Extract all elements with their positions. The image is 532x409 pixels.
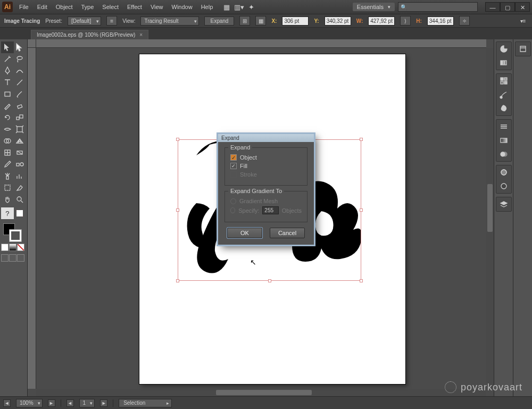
line-tool[interactable]	[14, 77, 27, 88]
lasso-tool[interactable]	[14, 53, 27, 65]
document-tab[interactable]: Image0002a.eps @ 100% (RGB/Preview) ×	[31, 30, 148, 39]
panel-layers-icon[interactable]	[496, 197, 511, 211]
scale-tool[interactable]	[14, 112, 27, 123]
ob-options-icon[interactable]: ≡	[106, 16, 117, 26]
paintbrush-tool[interactable]	[14, 88, 27, 100]
panel-appearance-icon[interactable]	[496, 165, 511, 179]
ob-w-field[interactable]: 427,92 pt	[368, 16, 395, 26]
ob-h-field[interactable]: 344,16 pt	[427, 16, 454, 26]
cancel-button[interactable]: Cancel	[270, 228, 305, 238]
zoom-in-arrow[interactable]: ►	[48, 399, 55, 407]
ob-transform-ref-icon[interactable]: ⊞	[239, 16, 250, 26]
menu-window[interactable]: Window	[169, 3, 196, 11]
panel-stroke-icon[interactable]	[496, 120, 511, 133]
menu-select[interactable]: Select	[99, 3, 122, 11]
panel-color-guide-icon[interactable]	[496, 56, 511, 70]
checkbox-fill[interactable]	[230, 163, 237, 169]
type-tool[interactable]	[1, 77, 14, 88]
selection-tool[interactable]	[1, 41, 14, 53]
bridge-icon[interactable]: ▦	[223, 3, 230, 11]
free-transform-tool[interactable]	[14, 123, 27, 135]
menu-effect[interactable]: Effect	[124, 3, 145, 11]
pen-tool[interactable]	[1, 65, 14, 77]
scrollbar-horizontal[interactable]	[36, 389, 486, 396]
bbox-handle-tl[interactable]	[176, 138, 179, 141]
gradient-tool[interactable]	[14, 147, 27, 158]
hand-tool[interactable]	[1, 194, 14, 205]
rectangle-tool[interactable]	[1, 88, 14, 100]
bbox-handle-bc[interactable]	[268, 279, 271, 282]
panel-color-icon[interactable]	[496, 42, 511, 56]
status-tool-label[interactable]: Selection	[119, 399, 172, 407]
bbox-handle-mr[interactable]	[360, 208, 363, 212]
arrange-docs-icon[interactable]: ▥▾	[234, 3, 244, 11]
column-graph-tool[interactable]	[14, 170, 27, 182]
color-mode-none[interactable]	[17, 244, 24, 251]
ob-preset-select[interactable]: [Default]	[68, 16, 101, 26]
menu-type[interactable]: Type	[78, 3, 97, 11]
blend-tool[interactable]	[14, 158, 27, 170]
perspective-grid-tool[interactable]	[14, 135, 27, 147]
menu-view[interactable]: View	[147, 3, 167, 11]
slice-tool[interactable]	[14, 182, 27, 194]
panel-transparency-icon[interactable]	[496, 147, 511, 161]
menu-object[interactable]: Object	[53, 3, 76, 11]
magic-wand-tool[interactable]	[1, 53, 14, 65]
bbox-handle-bl[interactable]	[176, 279, 179, 282]
ruler-vertical[interactable]	[28, 48, 36, 389]
pencil-tool[interactable]	[1, 100, 14, 112]
search-field[interactable]: 🔍	[398, 2, 478, 12]
color-mode-gradient[interactable]	[9, 244, 16, 251]
bbox-handle-tr[interactable]	[360, 138, 363, 141]
ob-expand-button[interactable]: Expand	[204, 16, 234, 26]
panel-symbols-icon[interactable]	[496, 102, 511, 115]
scrollbar-v-thumb[interactable]	[487, 184, 493, 232]
artboard-prev[interactable]: ◄	[66, 399, 74, 407]
artboard-tool[interactable]	[1, 182, 14, 194]
panel-swatches-icon[interactable]	[496, 74, 511, 88]
ob-flyout-menu[interactable]: ▾≡	[518, 18, 528, 24]
ob-link-icon[interactable]: ⟩	[400, 16, 411, 26]
rotate-tool[interactable]	[1, 112, 14, 123]
mesh-tool[interactable]	[1, 147, 14, 158]
panel-gradient-icon[interactable]	[496, 133, 511, 147]
ob-x-field[interactable]: 306 pt	[282, 16, 309, 26]
ob-align-ref-icon[interactable]: ▦	[255, 16, 266, 26]
ok-button[interactable]: OK	[227, 228, 262, 238]
minimize-button[interactable]: —	[485, 2, 500, 12]
direct-selection-tool[interactable]	[14, 41, 27, 53]
maximize-button[interactable]: ▢	[500, 2, 515, 12]
menu-edit[interactable]: Edit	[34, 3, 51, 11]
ob-view-select[interactable]: Tracing Result	[140, 16, 199, 26]
ob-y-field[interactable]: 340,32 pt	[325, 16, 351, 26]
zoom-field[interactable]: 100%	[16, 399, 43, 407]
panel-brushes-icon[interactable]	[496, 88, 511, 102]
workspace-switcher[interactable]: Essentials	[353, 3, 395, 11]
scrollbar-h-thumb[interactable]	[216, 390, 312, 395]
eyedropper-tool[interactable]	[1, 158, 14, 170]
stroke-swatch[interactable]	[10, 230, 21, 241]
color-mode-solid[interactable]	[1, 244, 9, 251]
ruler-origin[interactable]	[28, 39, 36, 48]
unknown-tool[interactable]: ?	[1, 207, 14, 219]
ruler-horizontal[interactable]	[36, 39, 486, 48]
draw-normal-icon[interactable]	[1, 254, 9, 262]
draw-behind-icon[interactable]	[9, 254, 16, 262]
scrollbar-vertical[interactable]	[486, 48, 494, 389]
panel-libraries-icon[interactable]	[516, 42, 530, 56]
zoom-tool[interactable]	[14, 194, 27, 205]
width-tool[interactable]	[1, 123, 14, 135]
menu-file[interactable]: File	[16, 3, 32, 11]
artboard-next[interactable]: ►	[100, 399, 107, 407]
panel-graphic-styles-icon[interactable]	[496, 179, 511, 193]
curvature-tool[interactable]	[14, 65, 27, 77]
dialog-title-bar[interactable]: Expand	[218, 134, 314, 142]
fill-stroke-swatches[interactable]	[1, 222, 26, 243]
close-button[interactable]: ✕	[515, 2, 530, 12]
menu-help[interactable]: Help	[198, 3, 217, 11]
artboard-number[interactable]: 1	[79, 399, 95, 407]
checkbox-object[interactable]: ✓	[230, 154, 237, 161]
symbol-sprayer-tool[interactable]	[1, 170, 14, 182]
ob-shape-icon[interactable]: ✧	[459, 16, 470, 26]
checkbox-fill-row[interactable]: Fill	[230, 163, 302, 169]
